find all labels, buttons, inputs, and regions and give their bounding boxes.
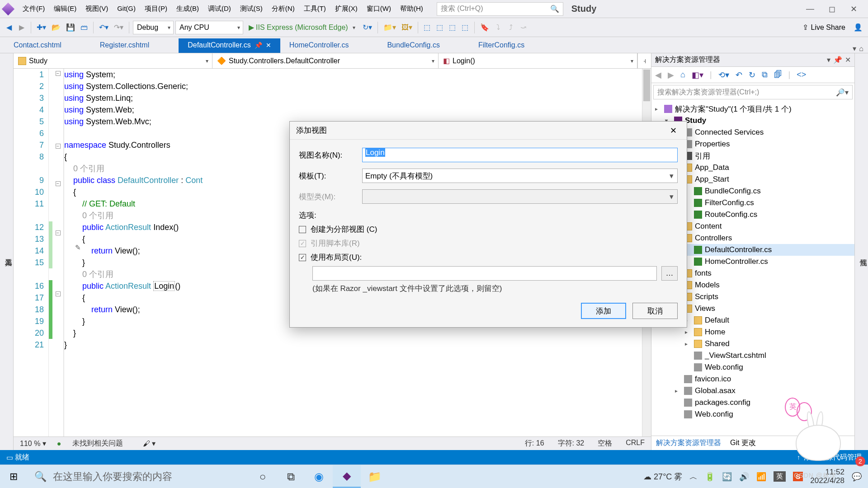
open-button[interactable]: 📂 (50, 21, 62, 34)
tree-node[interactable]: _ViewStart.cshtml (651, 350, 854, 361)
menu-item[interactable]: 文件(F) (18, 3, 49, 15)
task-view-icon[interactable]: ⧉ (277, 465, 305, 488)
platform-dropdown[interactable]: Any CPU (175, 21, 243, 34)
nav-back-button[interactable]: ◀ (4, 21, 14, 34)
live-share-button[interactable]: ⇪Live Share (798, 23, 850, 32)
sx-fwd-icon[interactable]: ▶ (668, 70, 674, 80)
sx-home-icon[interactable]: ⌂ (680, 70, 685, 80)
menu-item[interactable]: 视图(V) (81, 3, 113, 15)
tb-icon-2[interactable]: ⬚ (434, 21, 445, 34)
account-icon[interactable]: 👤 (852, 21, 864, 34)
sx-footer-git-tab[interactable]: Git 更改 (730, 438, 756, 448)
layout-checkbox[interactable]: ✓ (299, 254, 306, 261)
volume-icon[interactable]: 🔊 (739, 472, 749, 482)
tb-icon-4[interactable]: ⬚ (460, 21, 471, 34)
partial-view-checkbox[interactable] (299, 226, 306, 233)
sx-close-icon[interactable]: ✕ (845, 56, 851, 64)
sx-pin-icon[interactable]: 📌 (833, 56, 842, 64)
menu-item[interactable]: 工具(T) (299, 3, 330, 15)
tb-bookmark-icon[interactable]: 🔖 (478, 21, 491, 34)
layout-path-input[interactable] (312, 266, 657, 281)
sx-footer-active-tab[interactable]: 解决方案资源管理器 (656, 438, 721, 448)
sx-switch-icon[interactable]: ◧▾ (692, 70, 703, 80)
sx-undo-icon[interactable]: ↶ (736, 70, 742, 80)
nav-class-dropdown[interactable]: 🔶Study.Controllers.DefaultController (212, 53, 439, 68)
tb-folder-icon[interactable]: 📁▾ (382, 21, 398, 34)
menu-item[interactable]: 扩展(X) (330, 3, 362, 15)
menu-item[interactable]: 窗口(W) (362, 3, 396, 15)
tb-image-icon[interactable]: 🖼▾ (400, 21, 414, 34)
vs-taskbar-icon[interactable]: ◆ (333, 465, 361, 488)
menu-item[interactable]: Git(G) (113, 3, 140, 15)
undo-button[interactable]: ↶▾ (97, 21, 110, 34)
dialog-close-button[interactable]: ✕ (666, 124, 680, 137)
add-button[interactable]: 添加 (581, 303, 626, 319)
right-properties-tab[interactable]: 属性 (854, 53, 868, 450)
sx-back-icon[interactable]: ◀ (655, 70, 661, 80)
tray-chevron-icon[interactable]: ︿ (689, 471, 698, 482)
cortana-icon[interactable]: ○ (249, 465, 277, 488)
menu-item[interactable]: 编辑(E) (49, 3, 81, 15)
config-dropdown[interactable]: Debug (133, 21, 174, 34)
sx-sync-icon[interactable]: ⟲▾ (718, 70, 729, 80)
add-source-control-button[interactable]: 添加到源代码管理 (804, 453, 862, 462)
brush-icon[interactable]: 🖌 ▾ (143, 439, 156, 448)
sx-showall-icon[interactable]: 🗐 (774, 70, 782, 80)
redo-button[interactable]: ↷▾ (112, 21, 125, 34)
tree-node[interactable]: ▸Global.asax (651, 385, 854, 397)
sx-refresh-icon[interactable]: ↻ (749, 70, 755, 80)
scrollbar-thumb[interactable] (643, 70, 650, 101)
document-tab[interactable]: FilterConfig.cs📌✕ (469, 38, 554, 53)
nav-project-dropdown[interactable]: Study (14, 53, 212, 68)
minimize-button[interactable]: — (799, 0, 821, 18)
document-tab[interactable]: BundleConfig.cs📌✕ (378, 38, 469, 53)
menu-item[interactable]: 分析(N) (267, 3, 299, 15)
document-tab[interactable]: HomeController.cs📌✕ (280, 38, 378, 53)
cancel-button[interactable]: 取消 (632, 303, 678, 319)
global-search-input[interactable]: 搜索 (Ctrl+Q) 🔍 (437, 2, 563, 16)
tree-node[interactable]: ▸Shared (651, 338, 854, 350)
menu-item[interactable]: 帮助(H) (396, 3, 428, 15)
sx-collapse-icon[interactable]: ⧉ (762, 70, 768, 80)
explorer-icon[interactable]: 📁 (361, 465, 389, 488)
left-toolbox-tab[interactable]: 工具箱 (0, 53, 14, 450)
sync-icon[interactable]: 🔄 (722, 472, 732, 482)
tree-node[interactable]: Web.config (651, 361, 854, 373)
menu-item[interactable]: 生成(B) (172, 3, 203, 15)
battery-icon[interactable]: 🔋 (705, 472, 715, 482)
document-tab[interactable]: Contact.cshtml📌✕ (5, 38, 91, 53)
save-all-button[interactable]: 🗃 (79, 21, 90, 34)
refresh-button[interactable]: ↻▾ (361, 21, 374, 34)
notifications-icon[interactable]: 💬 (852, 472, 862, 482)
template-dropdown[interactable]: Empty (不具有模型) (362, 169, 678, 183)
wifi-icon[interactable]: 📶 (756, 472, 766, 482)
tab-dropdown-icon[interactable]: ▾ (853, 44, 856, 53)
sx-options-icon[interactable]: ▾ (827, 56, 830, 64)
document-tab[interactable]: DefaultController.cs📌✕ (179, 38, 280, 53)
nav-fwd-button[interactable]: ▶ (16, 21, 27, 34)
ime-indicator[interactable]: 英 (774, 471, 786, 482)
split-editor-button[interactable]: ⫞ (637, 53, 651, 68)
tree-node[interactable]: Web.config (651, 408, 854, 420)
view-name-input[interactable]: Login (362, 148, 678, 162)
edge-icon[interactable]: ◉ (305, 465, 333, 488)
sx-code-icon[interactable]: <> (797, 70, 806, 80)
sx-search-input[interactable]: 搜索解决方案资源管理器(Ctrl+;) 🔎▾ (653, 85, 853, 99)
tree-node[interactable]: favicon.ico (651, 373, 854, 385)
browse-layout-button[interactable]: … (661, 266, 678, 281)
start-button[interactable]: ⊞ (0, 465, 27, 488)
menu-item[interactable]: 测试(S) (236, 3, 267, 15)
tb-icon-3[interactable]: ⬚ (447, 21, 458, 34)
weather-widget[interactable]: ☁ 27°C 雾 (643, 471, 682, 482)
tab-home-icon[interactable]: ⌂ (859, 45, 863, 53)
menu-item[interactable]: 项目(P) (140, 3, 172, 15)
tree-node[interactable]: packages.config (651, 397, 854, 408)
windows-search-input[interactable]: 🔍 在这里输入你要搜索的内容 (27, 465, 249, 488)
save-button[interactable]: 💾 (64, 21, 77, 34)
run-button[interactable]: ▶IIS Express (Microsoft Edge)▾ (245, 23, 359, 32)
new-item-button[interactable]: ✚▾ (35, 21, 48, 34)
tree-node[interactable]: ▸解决方案"Study"(1 个项目/共 1 个) (651, 103, 854, 115)
maximize-button[interactable]: ◻ (821, 0, 843, 18)
menu-item[interactable]: 调试(D) (203, 3, 236, 15)
zoom-dropdown[interactable]: 110 % ▾ (20, 439, 46, 448)
